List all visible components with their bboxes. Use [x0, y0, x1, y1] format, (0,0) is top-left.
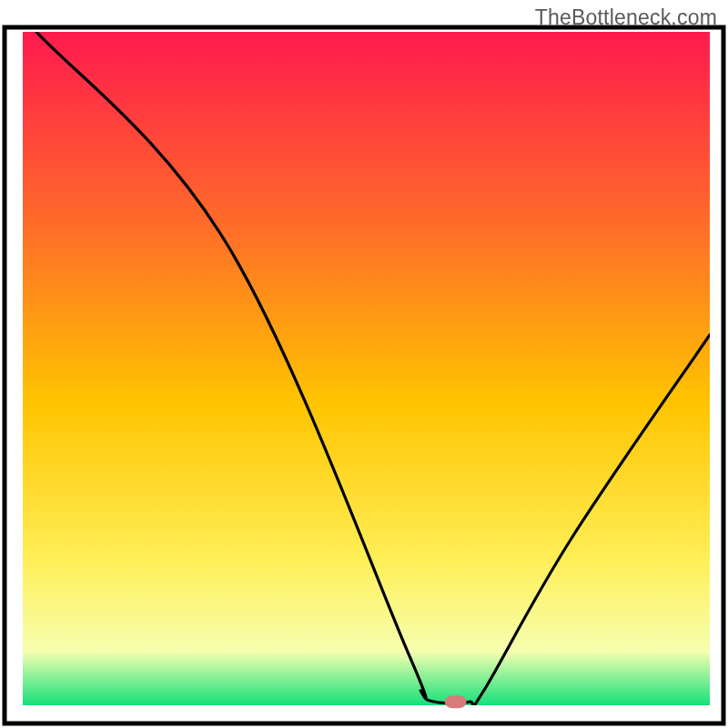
chart-svg: [0, 0, 728, 728]
chart-background-gradient: [23, 32, 710, 705]
watermark-text: TheBottleneck.com: [535, 5, 717, 30]
chart-stage: TheBottleneck.com: [0, 0, 728, 728]
optimal-point-marker: [445, 695, 467, 708]
